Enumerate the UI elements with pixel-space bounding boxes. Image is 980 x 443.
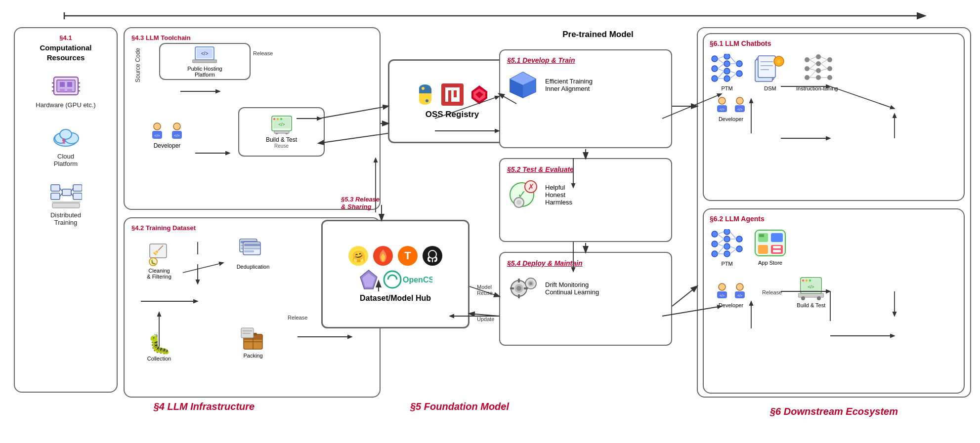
svg-line-160 bbox=[730, 56, 736, 64]
release-label-4-2: Release bbox=[288, 315, 307, 321]
svg-point-229 bbox=[736, 283, 743, 290]
sec-5-4-box: §5.4 Deploy & Maintain Drift Monitoring … bbox=[499, 252, 672, 346]
public-hosting-label: Public HostingPlatform bbox=[187, 66, 222, 78]
developer-6-1: </> </> Developer bbox=[715, 96, 747, 122]
packing-label: Packing bbox=[243, 353, 262, 359]
svg-point-148 bbox=[724, 54, 730, 59]
build-test-6-2-label: Build & Test bbox=[797, 302, 825, 308]
svg-rect-221 bbox=[771, 233, 783, 242]
sec-5-2-harmless: Harmless bbox=[545, 199, 572, 206]
sec-6-label: §6 Downstream Ecosystem bbox=[770, 406, 898, 417]
distributed-label: DistributedTraining bbox=[50, 211, 81, 226]
source-code-label: Source Code bbox=[134, 48, 141, 82]
svg-rect-56 bbox=[52, 203, 80, 208]
svg-rect-28 bbox=[57, 80, 75, 92]
svg-rect-87 bbox=[244, 250, 254, 252]
svg-line-216 bbox=[730, 246, 736, 249]
svg-line-155 bbox=[718, 59, 724, 64]
svg-point-235 bbox=[806, 280, 808, 282]
svg-point-176 bbox=[816, 61, 821, 66]
svg-line-211 bbox=[718, 244, 724, 246]
sec-4-1-subtitle: ComputationalResources bbox=[19, 43, 113, 62]
svg-point-70 bbox=[277, 118, 279, 120]
svg-rect-46 bbox=[51, 185, 60, 191]
build-test-6-2: </> Build & Test bbox=[797, 277, 825, 308]
svg-point-234 bbox=[802, 280, 804, 282]
svg-rect-224 bbox=[773, 246, 781, 248]
svg-rect-222 bbox=[758, 245, 768, 254]
sec-6-2-title: §6.2 LLM Agents bbox=[710, 215, 765, 223]
distributed-icon bbox=[48, 182, 83, 209]
svg-line-208 bbox=[718, 232, 724, 234]
svg-point-196 bbox=[736, 97, 743, 104]
collection-label: Collection bbox=[147, 356, 171, 362]
build-test-box: </> Build & Test Reuse bbox=[238, 107, 325, 157]
release-label-6-2: Release bbox=[762, 289, 782, 295]
svg-line-212 bbox=[718, 246, 724, 254]
svg-point-174 bbox=[805, 75, 810, 80]
oss-registry-title: OSS Registry bbox=[426, 110, 479, 120]
svg-line-214 bbox=[730, 232, 736, 239]
cloud-icon bbox=[48, 123, 83, 151]
sec-5-4-item-2: Continual Learning bbox=[545, 288, 599, 296]
model-reuse-label: ModelReuse bbox=[477, 284, 493, 296]
svg-point-105 bbox=[426, 99, 428, 102]
svg-text:⚡: ⚡ bbox=[775, 58, 783, 65]
svg-text:🤗: 🤗 bbox=[352, 250, 366, 263]
svg-point-181 bbox=[827, 75, 832, 80]
svg-rect-220 bbox=[759, 234, 764, 237]
sec-4-1-title: §4.1 bbox=[59, 34, 72, 41]
svg-point-202 bbox=[724, 229, 730, 235]
sec-4-3-box: §4.3 LLM Toolchain Source Code </> Publi… bbox=[124, 27, 381, 210]
svg-point-172 bbox=[805, 57, 810, 62]
sec-5-label: §5 Foundation Model bbox=[410, 401, 509, 412]
ptm-chatbots: PTM bbox=[710, 54, 744, 91]
svg-point-207 bbox=[736, 246, 742, 252]
svg-point-146 bbox=[712, 66, 718, 72]
svg-line-188 bbox=[821, 57, 827, 60]
instruction-tuning-label: Instruction-tuning bbox=[796, 85, 838, 91]
ptm-chatbots-label: PTM bbox=[721, 85, 732, 91]
developer-area: </> </> Developer bbox=[149, 122, 185, 149]
svg-line-154 bbox=[718, 56, 724, 59]
sec-6-1-title: §6.1 LLM Chatbots bbox=[710, 40, 771, 47]
svg-point-179 bbox=[827, 57, 832, 62]
svg-text:🐛: 🐛 bbox=[150, 259, 157, 265]
svg-text:</>: </> bbox=[154, 133, 160, 138]
svg-text:</>: </> bbox=[720, 294, 724, 297]
svg-point-151 bbox=[724, 76, 730, 81]
svg-point-147 bbox=[712, 76, 718, 81]
developer-6-2-label: Developer bbox=[719, 302, 743, 308]
svg-line-182 bbox=[810, 57, 816, 60]
deduplication-label: Deduplication bbox=[237, 264, 270, 270]
svg-point-199 bbox=[712, 231, 718, 237]
svg-point-180 bbox=[827, 66, 832, 71]
svg-point-173 bbox=[805, 66, 810, 71]
svg-point-123 bbox=[384, 271, 401, 288]
sec-5-3-label: §5.3 Release& Sharing bbox=[341, 196, 380, 210]
svg-point-239 bbox=[801, 296, 805, 300]
svg-point-178 bbox=[816, 75, 821, 80]
sec-5-1-item-2: Inner Alignment bbox=[545, 85, 593, 92]
svg-rect-108 bbox=[448, 90, 451, 102]
svg-rect-32 bbox=[67, 89, 72, 92]
sec-6-2-box: §6.2 LLM Agents bbox=[703, 208, 965, 394]
sec-5-1-title: §5.1 Develop & Train bbox=[507, 56, 575, 64]
svg-point-206 bbox=[736, 236, 742, 242]
svg-text:</>: </> bbox=[278, 122, 285, 127]
svg-line-183 bbox=[810, 60, 816, 64]
svg-line-162 bbox=[730, 71, 736, 74]
svg-point-200 bbox=[712, 241, 718, 247]
deduplication: Deduplication bbox=[223, 238, 283, 270]
hub-title: Dataset/Model Hub bbox=[360, 294, 431, 303]
svg-point-236 bbox=[809, 280, 811, 282]
svg-line-247 bbox=[672, 286, 697, 306]
svg-line-190 bbox=[821, 64, 827, 69]
svg-line-186 bbox=[810, 71, 816, 78]
public-hosting-box: </> Public HostingPlatform bbox=[159, 43, 251, 80]
svg-rect-140 bbox=[510, 287, 514, 289]
sec-4-1-box: §4.1 ComputationalResources bbox=[14, 27, 118, 393]
svg-rect-75 bbox=[274, 131, 289, 133]
svg-rect-138 bbox=[518, 279, 520, 282]
svg-text:</>: </> bbox=[808, 284, 814, 289]
